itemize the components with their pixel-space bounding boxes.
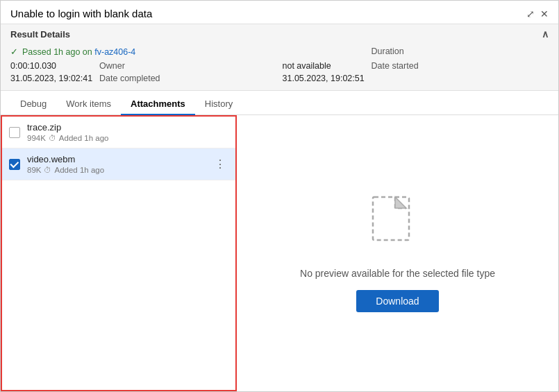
passed-link[interactable]: fv-az406-4 [94, 47, 135, 57]
checkbox-trace[interactable] [9, 127, 20, 138]
owner-label: Owner [99, 61, 277, 71]
date-completed-label: Date completed [99, 74, 277, 83]
attachment-meta-video: 89K ⏱ Added 1h ago [27, 166, 205, 174]
attachments-list: trace.zip 994K ⏱ Added 1h ago video.webm… [1, 115, 237, 391]
attachment-item-video[interactable]: video.webm 89K ⏱ Added 1h ago ⋮ [2, 148, 235, 180]
svg-rect-0 [373, 197, 409, 240]
clock-icon-trace: ⏱ [49, 134, 56, 142]
date-started-value: 31.05.2023, 19:02:41 [10, 74, 94, 83]
result-details-section: Result Details ∧ ✓ Passed 1h ago on fv-a… [1, 24, 558, 91]
attachment-size-video: 89K [27, 166, 41, 174]
checkbox-video[interactable] [9, 159, 20, 170]
expand-icon[interactable]: ⤢ [526, 9, 535, 19]
owner-value: not available [283, 61, 366, 71]
attachment-size-trace: 994K [27, 134, 46, 142]
tabs-bar: Debug Work items Attachments History [1, 94, 558, 115]
attachment-info-trace: trace.zip 994K ⏱ Added 1h ago [27, 122, 228, 142]
tab-work-items[interactable]: Work items [56, 94, 121, 115]
attachment-added-video: Added 1h ago [54, 166, 104, 174]
date-started-label: Date started [372, 61, 549, 71]
collapse-icon[interactable]: ∧ [542, 28, 549, 40]
attachment-meta-trace: 994K ⏱ Added 1h ago [27, 134, 228, 142]
duration-label: Duration [372, 46, 549, 58]
more-options-icon[interactable]: ⋮ [212, 156, 228, 172]
attachment-info-video: video.webm 89K ⏱ Added 1h ago [27, 154, 205, 174]
attachment-name-trace: trace.zip [27, 122, 228, 133]
passed-text: Passed 1h ago on fv-az406-4 [22, 47, 135, 57]
passed-row: ✓ Passed 1h ago on fv-az406-4 [10, 46, 277, 57]
no-preview-icon [370, 194, 426, 257]
tab-history[interactable]: History [195, 94, 242, 115]
dialog-title: Unable to login with blank data [10, 8, 152, 19]
main-content: trace.zip 994K ⏱ Added 1h ago video.webm… [1, 115, 558, 391]
result-details-header: Result Details ∧ [1, 24, 558, 44]
date-completed-value: 31.05.2023, 19:02:51 [283, 74, 366, 83]
titlebar: Unable to login with blank data ⤢ ✕ [1, 1, 558, 24]
result-details-body: ✓ Passed 1h ago on fv-az406-4 Duration 0… [1, 44, 558, 90]
svg-marker-1 [395, 197, 406, 208]
attachment-item-trace[interactable]: trace.zip 994K ⏱ Added 1h ago [2, 117, 235, 148]
no-preview-text: No preview available for the selected fi… [300, 268, 495, 279]
close-icon[interactable]: ✕ [540, 9, 549, 19]
tab-attachments[interactable]: Attachments [121, 94, 195, 115]
attachment-name-video: video.webm [27, 154, 205, 164]
attachment-added-trace: Added 1h ago [59, 134, 109, 142]
dialog: Unable to login with blank data ⤢ ✕ Resu… [0, 0, 559, 392]
tab-debug[interactable]: Debug [10, 94, 56, 115]
clock-icon-video: ⏱ [44, 166, 51, 174]
titlebar-icons: ⤢ ✕ [526, 9, 549, 19]
download-button[interactable]: Download [356, 290, 438, 312]
result-details-label: Result Details [10, 29, 70, 40]
duration-value: 0:00:10.030 [10, 61, 94, 71]
duration-label-spacer [283, 46, 366, 58]
preview-panel: No preview available for the selected fi… [237, 115, 558, 391]
